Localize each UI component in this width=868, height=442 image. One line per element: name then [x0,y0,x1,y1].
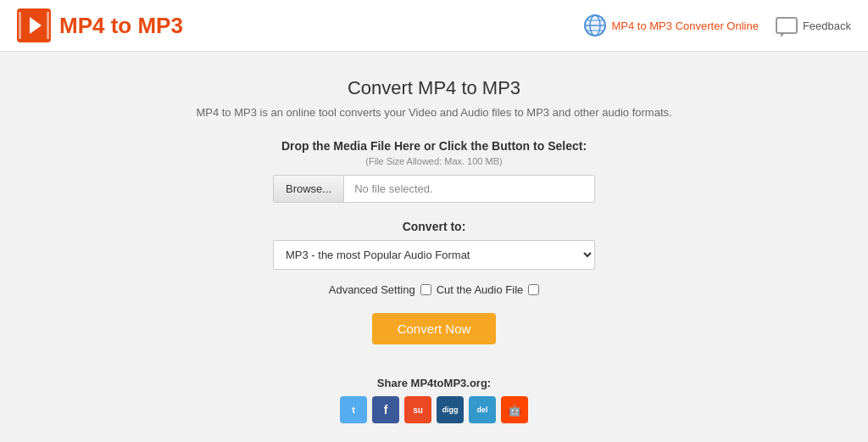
logo-title: MP4 to MP3 [59,13,183,39]
share-delicious-icon[interactable]: del [469,396,496,423]
nav-link-text: MP4 to MP3 Converter Online [612,20,759,32]
header: MP4 to MP3 MP4 to MP3 Converter Online F… [0,0,868,52]
globe-icon [583,14,607,37]
feedback-text: Feedback [803,20,851,32]
convert-button[interactable]: Convert Now [372,313,497,344]
file-name-display: No file selected. [344,176,594,202]
convert-to-label: Convert to: [154,220,714,233]
advanced-row: Advanced Setting Cut the Audio File [154,283,714,296]
file-input-area: Browse... No file selected. [273,175,595,203]
page-subtitle: MP4 to MP3 is an online tool converts yo… [154,106,714,119]
share-digg-icon[interactable]: digg [437,396,464,423]
feedback-link[interactable]: Feedback [776,17,851,34]
main-content: Convert MP4 to MP3 MP4 to MP3 is an onli… [137,52,731,440]
share-label: Share MP4toMP3.org: [154,377,714,389]
share-facebook-icon[interactable]: f [372,396,399,423]
share-icons: t f su digg del 🤖 [154,396,714,423]
cut-audio-checkbox[interactable] [528,284,539,295]
feedback-icon [776,17,798,34]
header-right: MP4 to MP3 Converter Online Feedback [583,14,852,37]
file-size-note: (File Size Allowed: Max. 100 MB) [154,156,714,166]
share-twitter-icon[interactable]: t [340,396,367,423]
drop-label: Drop the Media File Here or Click the Bu… [154,139,714,153]
browse-button[interactable]: Browse... [274,176,344,202]
share-section: Share MP4toMP3.org: t f su digg del 🤖 [154,377,714,423]
film-strip-icon [19,12,49,39]
advanced-setting-checkbox[interactable] [420,284,431,295]
format-select[interactable]: MP3 - the most Popular Audio Format [273,240,595,270]
logo-area: MP4 to MP3 [17,8,183,42]
cut-audio-label: Cut the Audio File [437,283,524,296]
share-stumbleupon-icon[interactable]: su [404,396,431,423]
advanced-setting-label: Advanced Setting [329,283,415,296]
share-reddit-icon[interactable]: 🤖 [501,396,528,423]
nav-converter-link[interactable]: MP4 to MP3 Converter Online [583,14,759,37]
page-title: Convert MP4 to MP3 [154,77,714,99]
logo-icon [17,8,51,42]
svg-point-5 [585,15,605,36]
